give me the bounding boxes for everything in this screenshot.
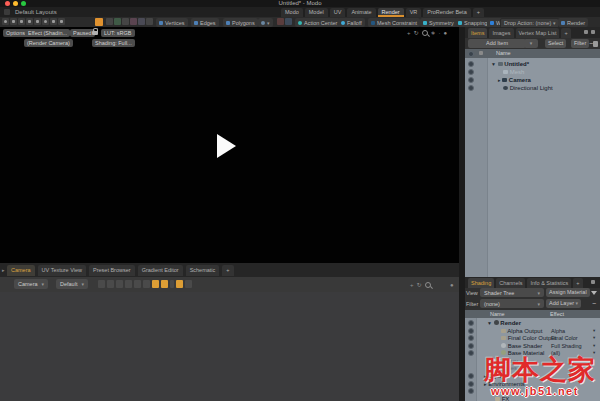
expand-icon[interactable]: ▼ [487, 320, 492, 326]
add-item-button[interactable]: Add Item [468, 39, 526, 48]
layout-tab-render[interactable]: Render [378, 8, 404, 17]
layout-tab-model[interactable]: Model [305, 8, 328, 17]
eye-icon[interactable] [468, 388, 474, 394]
tab-channels[interactable]: Channels [496, 278, 525, 288]
eye-icon[interactable] [468, 61, 474, 67]
zoom-icon[interactable] [422, 30, 428, 36]
pivot-icon[interactable] [285, 18, 292, 25]
add-layout-tab-button[interactable]: + [473, 8, 484, 17]
tab-info-statistics[interactable]: Info & Statistics [527, 278, 571, 288]
add-tab-button[interactable]: + [222, 265, 233, 276]
effect-dropdown[interactable]: Effect (Shadin... [25, 29, 70, 37]
lut-dropdown[interactable]: LUT: sRGB [101, 29, 135, 37]
funnel-icon[interactable] [591, 291, 597, 295]
layout-tab-vr[interactable]: VR [406, 8, 422, 17]
item-mode-dropdown[interactable]: ▾ [258, 18, 273, 27]
material-icon[interactable] [277, 18, 284, 25]
symmetry-button[interactable]: Symmetry [420, 18, 457, 27]
action-center-button[interactable]: Action Center [295, 18, 340, 27]
paint-select-icon[interactable] [146, 18, 153, 25]
tab-schematic[interactable]: Schematic [186, 265, 220, 276]
polygons-mode-button[interactable]: Polygons [223, 18, 258, 27]
default-layouts-menu[interactable]: Default Layouts [15, 8, 57, 17]
eye-icon[interactable] [468, 343, 474, 349]
layout-tab-prorender-beta[interactable]: ProRender Beta [423, 8, 470, 17]
default-view-dropdown[interactable]: Default ▾ [56, 279, 88, 289]
tab-shading[interactable]: Shading [468, 278, 494, 288]
shader-tree-view-dropdown[interactable]: Shader Tree ▾ [480, 288, 544, 297]
vertices-mode-button[interactable]: Vertices [156, 18, 188, 27]
tree-row-directional-light[interactable]: Directional Light [503, 84, 553, 92]
shading-mode-dropdown[interactable]: Shading: Full... [92, 39, 135, 47]
options-dot-icon[interactable]: · [439, 29, 441, 37]
add-tab-button[interactable]: + [573, 278, 582, 288]
add-layer-dropdown[interactable]: Add Layer ▾ [546, 299, 581, 308]
snapping-button[interactable]: Snapping [455, 18, 490, 27]
chevron-down-icon[interactable]: ▾ [593, 343, 595, 348]
zoom-icon[interactable] [425, 282, 431, 288]
eye-icon[interactable] [468, 335, 474, 341]
auto-select-icon[interactable] [95, 18, 103, 26]
layout-tab-uv[interactable]: UV [330, 8, 346, 17]
layout-tab-animate[interactable]: Animate [347, 8, 375, 17]
preferences-icon[interactable] [2, 18, 9, 25]
crosshair-icon[interactable] [107, 280, 114, 288]
tab-items[interactable]: Items [468, 28, 487, 38]
tab-camera[interactable]: Camera [7, 265, 35, 276]
eye-icon[interactable] [468, 328, 474, 334]
eye-icon[interactable] [468, 69, 474, 75]
play-button[interactable] [217, 134, 236, 158]
falloff-button[interactable]: Falloff [338, 18, 365, 27]
item-tool-icon[interactable] [50, 18, 57, 25]
cursor-icon[interactable] [106, 18, 113, 25]
tab-preset-browser[interactable]: Preset Browser [89, 265, 135, 276]
frame-icon[interactable] [143, 280, 150, 288]
viewport-menu-icon[interactable]: ● [450, 281, 454, 289]
orbit-icon[interactable]: ↻ [414, 29, 419, 37]
effect-value[interactable]: Final Color [551, 334, 578, 342]
tree-row-final-color-output[interactable]: Final Color Output [501, 334, 556, 342]
corner-icon[interactable] [185, 280, 192, 288]
move-tool-icon[interactable] [10, 18, 17, 25]
select-button[interactable]: Select [545, 39, 566, 48]
camera-view-dropdown[interactable]: Camera ▾ [14, 279, 48, 289]
pan-icon[interactable]: + [410, 281, 414, 289]
lock-icon[interactable] [92, 31, 98, 35]
rotate-tool-icon[interactable] [42, 18, 49, 25]
tree-row-camera[interactable]: ▸ Camera [498, 76, 531, 84]
settings-icon[interactable]: ∗ [431, 29, 436, 37]
eye-icon[interactable] [468, 77, 474, 83]
collapse-icon[interactable]: − [592, 300, 596, 308]
eye-icon[interactable] [468, 320, 474, 326]
safe-area-icon[interactable] [125, 280, 132, 288]
scale-tool-icon[interactable] [34, 18, 41, 25]
cube-select-icon[interactable] [130, 18, 137, 25]
camera-view-canvas[interactable] [0, 292, 459, 401]
filter-button[interactable]: Filter [571, 39, 589, 48]
trash-icon[interactable] [593, 41, 598, 47]
layout-tab-modo[interactable]: Modo [281, 8, 303, 17]
cube-mode-icon[interactable] [138, 18, 145, 25]
add-item-caret-button[interactable]: ▾ [524, 39, 538, 48]
eye-icon[interactable] [468, 350, 474, 356]
orbit-icon[interactable]: ↻ [417, 281, 422, 289]
select-tool-icon[interactable] [18, 18, 25, 25]
paused-button[interactable]: Paused [70, 29, 95, 37]
tree-row-mesh[interactable]: Mesh [503, 68, 524, 76]
tab-uv-texture-view[interactable]: UV Texture View [38, 265, 86, 276]
tab-gradient-editor[interactable]: Gradient Editor [138, 265, 183, 276]
filter-dropdown[interactable]: (none) ▾ [480, 299, 544, 308]
assign-material-button[interactable]: Assign Material [546, 288, 590, 297]
film-icon[interactable] [98, 280, 105, 288]
tab-images[interactable]: Images [489, 28, 513, 38]
chevron-down-icon[interactable]: ▾ [593, 335, 595, 340]
eye-icon[interactable] [468, 373, 474, 379]
grid-toggle-icon[interactable] [116, 280, 123, 288]
render-camera-dropdown[interactable]: (Render Camera) [24, 39, 73, 47]
expand-icon[interactable]: ▼ [491, 61, 496, 67]
wireframe-toggle-icon[interactable] [152, 280, 159, 288]
zoom-tool-icon[interactable] [58, 18, 65, 25]
region-toggle-icon[interactable] [176, 280, 183, 288]
expand-icon[interactable]: ▸ [498, 77, 501, 83]
render-button[interactable]: Render [558, 18, 588, 27]
